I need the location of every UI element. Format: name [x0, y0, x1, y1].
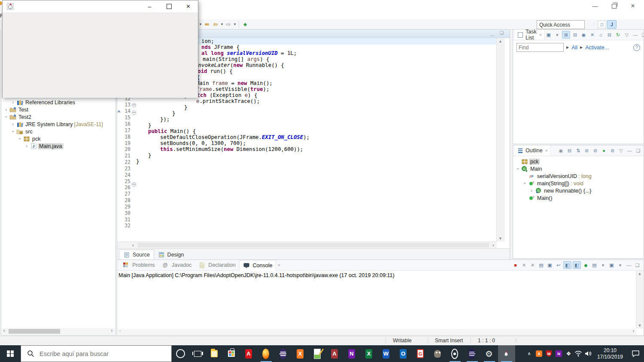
xampp-tray-icon[interactable]: X — [534, 345, 544, 362]
fold-collapse-icon[interactable] — [132, 111, 136, 115]
scroll-thumb[interactable] — [138, 243, 489, 247]
tree-collapse-icon[interactable]: › — [11, 128, 15, 135]
java-app-titlebar[interactable]: – ✕ — [3, 0, 198, 13]
java-perspective-icon[interactable]: J — [607, 20, 617, 29]
explorer-item-test2[interactable]: ›JTest2 — [1, 113, 115, 121]
show-stdout-icon[interactable]: ◧ — [563, 261, 571, 269]
explorer-item-main-java[interactable]: ›JMain.java — [1, 142, 115, 150]
open-console-dropdown-icon[interactable]: ▾ — [617, 262, 624, 268]
task-activate-link[interactable]: Activate... — [585, 45, 609, 51]
search-input[interactable] — [39, 350, 148, 358]
taskbar-microsoft-store-button[interactable] — [223, 345, 240, 362]
tree-collapse-icon[interactable]: › — [18, 136, 22, 142]
scroll-right-icon[interactable]: › — [492, 242, 494, 247]
editor-minimize-icon[interactable]: — — [490, 31, 494, 39]
help-icon[interactable]: ? — [633, 44, 640, 51]
clear-filter-icon[interactable]: ✕ — [589, 31, 596, 38]
tree-expand-icon[interactable]: › — [3, 107, 9, 112]
minimize-icon[interactable]: — — [625, 262, 632, 268]
mcafee-icon[interactable]: M — [544, 345, 554, 362]
taskbar-eclipse-button[interactable] — [275, 345, 292, 362]
console-vscrollbar[interactable]: ▲ ▼ — [636, 271, 643, 329]
task-view-icon[interactable] — [189, 345, 206, 362]
eclipse-restore-button[interactable] — [605, 0, 623, 12]
outline-tab[interactable]: Outline × — [515, 145, 551, 156]
tree-expand-icon[interactable]: › — [10, 100, 16, 105]
scroll-thumb[interactable] — [9, 329, 60, 334]
editor-hscrollbar[interactable]: ‹ › — [117, 241, 497, 249]
tree-expand-icon[interactable]: › — [24, 144, 30, 148]
view-menu-icon[interactable]: ▽ — [617, 147, 625, 154]
taskbar-gimp-button[interactable] — [429, 345, 447, 362]
dropdown-icon[interactable]: ▾ — [198, 21, 203, 28]
close-icon[interactable]: × — [277, 262, 280, 268]
console-view-tab-declaration[interactable]: Declaration — [195, 260, 239, 270]
taskbar-excel-button[interactable]: X — [361, 345, 378, 362]
presentation-icon[interactable]: ◉ — [580, 31, 587, 38]
taskbar-onenote-button[interactable]: N — [343, 345, 361, 362]
onenote-clipper-icon[interactable]: N — [554, 345, 564, 362]
hide-local-types-icon[interactable]: ⊘ — [609, 147, 616, 154]
outline-item-main[interactable]: cMain() — [513, 194, 644, 202]
scroll-left-icon[interactable]: ‹ — [132, 242, 134, 247]
action-center-icon[interactable] — [627, 345, 644, 362]
taskbar-search[interactable] — [21, 345, 172, 362]
task-find-input[interactable] — [516, 43, 564, 52]
scroll-left-icon[interactable]: ‹ — [3, 328, 5, 333]
console-hscrollbar[interactable]: ‹ › — [118, 329, 636, 335]
scroll-right-icon[interactable]: › — [111, 328, 112, 333]
forward-dropdown-icon[interactable]: ▾ — [233, 21, 237, 28]
tree-collapse-icon[interactable]: › — [4, 114, 9, 120]
close-icon[interactable]: × — [539, 32, 542, 37]
fold-collapse-icon[interactable] — [132, 103, 136, 107]
forward-icon[interactable]: ⇨ — [224, 21, 233, 28]
outline-item-main-string[interactable]: ›smain(String[]) : void — [513, 180, 644, 187]
dropbox-icon[interactable]: ❖ — [564, 345, 574, 362]
fold-collapse-icon[interactable] — [132, 182, 136, 187]
maximize-icon[interactable]: ❏ — [635, 147, 642, 154]
taskbar-outlook-button[interactable]: O — [395, 345, 412, 362]
scroll-up-icon[interactable]: ▲ — [497, 39, 504, 43]
eclipse-close-button[interactable]: × — [623, 0, 642, 12]
search-tasks-icon[interactable]: ⌂ — [597, 31, 605, 38]
console-view-tab-console[interactable]: Console — [239, 260, 276, 271]
open-console-icon[interactable]: ▣ — [608, 262, 615, 268]
taskbar-xampp-button[interactable]: X — [292, 345, 309, 362]
taskbar-java-app-button[interactable] — [498, 345, 515, 362]
tree-expand-icon[interactable]: › — [10, 122, 16, 127]
task-list-tab[interactable]: Task List × — [515, 30, 545, 40]
maximize-icon[interactable]: ❏ — [634, 262, 641, 268]
taskbar-access-button[interactable]: A — [326, 345, 343, 362]
close-icon[interactable]: × — [545, 148, 548, 153]
remove-all-terminated-icon[interactable]: ✕ — [529, 262, 536, 268]
clear-console-icon[interactable]: ▤ — [538, 262, 545, 268]
scroll-down-icon[interactable]: ▼ — [636, 323, 643, 328]
explorer-item-src[interactable]: ›src — [1, 128, 115, 135]
close-button[interactable]: ✕ — [179, 0, 198, 12]
java-app-window[interactable]: – ✕ — [2, 0, 198, 98]
scroll-down-icon[interactable]: ▼ — [497, 236, 504, 241]
minimize-icon[interactable]: — — [632, 31, 639, 38]
show-stderr-icon[interactable]: ◧ — [573, 261, 581, 269]
scroll-up-icon[interactable]: ▲ — [636, 272, 643, 276]
wifi-icon[interactable] — [574, 345, 583, 362]
outline-item-serialversionuid[interactable]: sFserialVersionUID : long — [513, 172, 644, 180]
task-filter-all-link[interactable]: All — [571, 45, 577, 51]
taskbar-image-editor-button[interactable] — [309, 345, 326, 362]
back-dropdown-icon[interactable]: ▾ — [220, 21, 224, 28]
pin-editor-icon[interactable]: ◆ — [241, 21, 249, 28]
taskbar-settings-button[interactable]: ⚙ — [481, 345, 498, 362]
back-to-last-edit-icon[interactable]: ⇚ — [203, 21, 211, 28]
open-perspective-icon[interactable]: ◫ — [598, 21, 606, 28]
taskbar-word-button[interactable]: W — [378, 345, 395, 362]
editor-vscrollbar[interactable]: ▲ ▼ — [496, 38, 504, 241]
cortana-icon[interactable] — [172, 345, 189, 362]
console-view-tab-javadoc[interactable]: @Javadoc — [158, 260, 195, 270]
focus-icon[interactable]: ◉ — [557, 147, 565, 154]
synchronize-icon[interactable]: ↻ — [614, 31, 622, 38]
taskbar-file-explorer-button[interactable] — [206, 345, 223, 362]
display-console-icon[interactable]: ▤ — [591, 262, 598, 268]
sort-icon[interactable]: ⇅ — [574, 147, 582, 154]
start-button[interactable] — [0, 345, 21, 362]
outline-item-main[interactable]: ›CMain — [513, 165, 644, 172]
